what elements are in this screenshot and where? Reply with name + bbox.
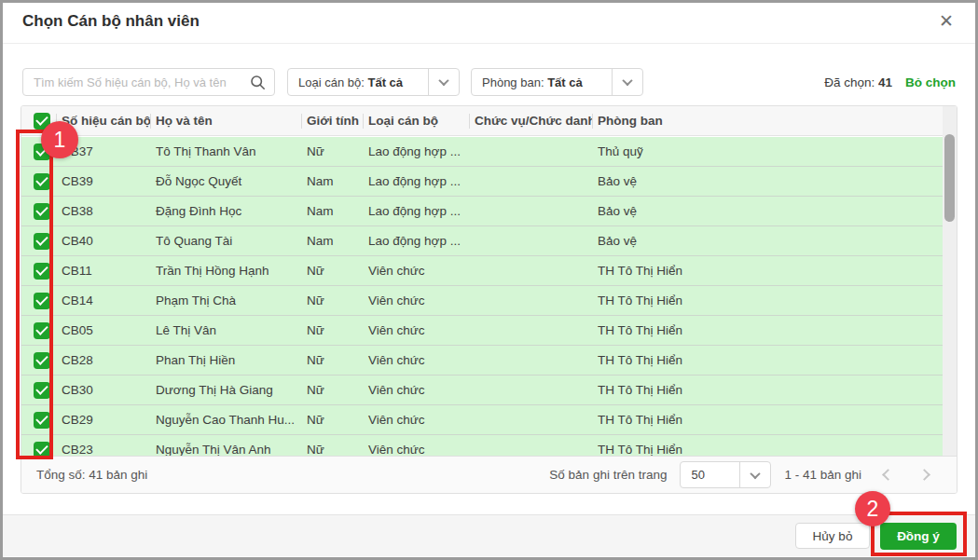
cell-name: Lê Thị Vân <box>151 316 302 345</box>
table-row[interactable]: CB29 Nguyễn Cao Thanh Hu... Nữ Viên chức… <box>21 405 944 435</box>
next-page-icon[interactable] <box>918 469 930 481</box>
cell-type: Viên chức <box>364 256 470 285</box>
cell-gender: Nữ <box>302 137 364 166</box>
staff-type-caret[interactable] <box>428 69 459 95</box>
table-row[interactable]: CB05 Lê Thị Vân Nữ Viên chức TH Tô Thị H… <box>21 316 944 346</box>
table-row[interactable]: CB38 Đặng Đình Học Nam Lao động hợp ... … <box>21 197 944 226</box>
department-dropdown[interactable]: Phòng ban: Tất cả <box>471 68 643 96</box>
dialog-header: Chọn Cán bộ nhân viên ✕ <box>0 0 978 44</box>
cell-department: TH Tô Thị Hiển <box>593 286 944 315</box>
row-checkbox[interactable] <box>34 412 50 429</box>
record-range-label: 1 - 41 bản ghi <box>784 468 861 482</box>
table-row[interactable]: CB11 Trần Thị Hồng Hạnh Nữ Viên chức TH … <box>21 256 944 286</box>
row-checkbox[interactable] <box>34 233 50 250</box>
cell-code: CB28 <box>57 346 151 375</box>
row-checkbox[interactable] <box>34 382 50 399</box>
department-value: Tất cả <box>547 75 583 89</box>
cell-code: CB30 <box>57 376 151 404</box>
row-checkbox[interactable] <box>34 173 50 190</box>
header-cell-name: Họ và tên <box>151 106 302 135</box>
cancel-button[interactable]: Hủy bỏ <box>795 523 870 549</box>
cell-position <box>470 376 593 404</box>
cell-position <box>470 137 593 166</box>
cell-gender: Nữ <box>302 346 364 375</box>
staff-picker-dialog: Chọn Cán bộ nhân viên ✕ Loại cán bộ: Tất… <box>0 0 978 560</box>
selected-count-value: 41 <box>878 75 892 89</box>
cell-gender: Nữ <box>302 316 364 345</box>
row-checkbox[interactable] <box>34 263 50 280</box>
row-checkbox[interactable] <box>34 322 50 339</box>
cell-position <box>470 346 593 375</box>
select-all-checkbox[interactable] <box>34 113 50 130</box>
confirm-button[interactable]: Đồng ý <box>880 523 957 550</box>
search-input[interactable] <box>23 69 274 95</box>
cell-position <box>470 226 593 255</box>
cell-department: TH Tô Thị Hiển <box>593 256 944 285</box>
scrollbar-thumb[interactable] <box>944 134 955 222</box>
row-checkbox[interactable] <box>34 143 50 160</box>
table-header: Số hiệu cán bộ Họ và tên Giới tính Loại … <box>21 106 957 136</box>
cell-name: Nguyễn Cao Thanh Hu... <box>151 405 302 434</box>
close-icon[interactable]: ✕ <box>939 11 954 32</box>
cell-department: TH Tô Thị Hiển <box>593 376 944 404</box>
cell-name: Phan Thị Hiền <box>151 346 302 375</box>
cell-department: TH Tô Thị Hiển <box>593 316 944 345</box>
cell-position <box>470 286 593 315</box>
staff-table: Số hiệu cán bộ Họ và tên Giới tính Loại … <box>21 105 957 494</box>
row-checkbox-cell <box>21 316 57 345</box>
cell-gender: Nam <box>302 226 364 255</box>
cell-type: Lao động hợp ... <box>364 226 470 255</box>
cell-gender: Nữ <box>302 376 364 404</box>
cell-gender: Nam <box>302 197 364 225</box>
cell-code: CB11 <box>57 256 151 285</box>
cell-code: CB39 <box>57 167 151 196</box>
cell-code: CB37 <box>57 137 151 166</box>
row-checkbox[interactable] <box>34 352 50 369</box>
cell-code: CB29 <box>57 405 151 434</box>
previous-page-icon[interactable] <box>882 469 894 481</box>
row-checkbox[interactable] <box>34 203 50 220</box>
selected-count-info: Đã chọn: 41 <box>824 75 892 89</box>
table-row[interactable]: CB14 Phạm Thị Chà Nữ Viên chức TH Tô Thị… <box>21 286 944 316</box>
row-checkbox-cell <box>21 405 57 434</box>
table-footer: Tổng số: 41 bản ghi Số bản ghi trên tran… <box>21 456 957 493</box>
cell-department: TH Tô Thị Hiển <box>593 346 944 375</box>
staff-type-value: Tất cả <box>367 75 403 89</box>
page-size-select[interactable]: 50 <box>680 461 771 488</box>
cell-type: Lao động hợp ... <box>364 137 470 166</box>
cell-name: Tô Quang Tài <box>151 226 302 255</box>
row-checkbox[interactable] <box>34 293 50 309</box>
cell-department: Thủ quỹ <box>593 137 944 166</box>
row-checkbox-cell <box>21 197 57 225</box>
cell-gender: Nữ <box>302 405 364 434</box>
header-cell-position: Chức vụ/Chức danh <box>470 106 593 135</box>
row-checkbox-cell <box>21 137 57 166</box>
selected-count-label: Đã chọn: <box>824 75 875 89</box>
table-row[interactable]: CB37 Tô Thị Thanh Vân Nữ Lao động hợp ..… <box>21 137 944 167</box>
cell-type: Viên chức <box>364 346 470 375</box>
table-row[interactable]: CB40 Tô Quang Tài Nam Lao động hợp ... B… <box>21 226 944 256</box>
header-cell-gender: Giới tính <box>302 106 364 135</box>
filter-bar: Loại cán bộ: Tất cả Phòng ban: Tất cả Đã… <box>22 68 956 96</box>
cell-gender: Nữ <box>302 286 364 315</box>
cell-type: Lao động hợp ... <box>364 167 470 196</box>
cell-position <box>470 167 593 196</box>
staff-type-dropdown[interactable]: Loại cán bộ: Tất cả <box>287 68 460 96</box>
dialog-title: Chọn Cán bộ nhân viên <box>22 12 200 31</box>
cell-type: Viên chức <box>364 286 470 315</box>
department-caret[interactable] <box>612 69 642 95</box>
table-row[interactable]: CB39 Đỗ Ngọc Quyết Nam Lao động hợp ... … <box>21 167 944 197</box>
total-records-label: Tổng số: 41 bản ghi <box>36 468 147 482</box>
table-row[interactable]: CB28 Phan Thị Hiền Nữ Viên chức TH Tô Th… <box>21 346 944 376</box>
cell-name: Phạm Thị Chà <box>151 286 302 315</box>
cell-name: Đặng Đình Học <box>151 197 302 225</box>
table-row[interactable]: CB30 Dương Thị Hà Giang Nữ Viên chức TH … <box>21 376 944 405</box>
search-box <box>22 68 275 96</box>
table-body: CB37 Tô Thị Thanh Vân Nữ Lao động hợp ..… <box>21 137 944 458</box>
cell-position <box>470 405 593 434</box>
page-size-caret[interactable] <box>739 462 770 487</box>
cell-gender: Nữ <box>302 256 364 285</box>
cell-gender: Nam <box>302 167 364 196</box>
action-bar: Hủy bỏ Đồng ý <box>0 514 978 556</box>
deselect-all-link[interactable]: Bỏ chọn <box>905 75 956 89</box>
